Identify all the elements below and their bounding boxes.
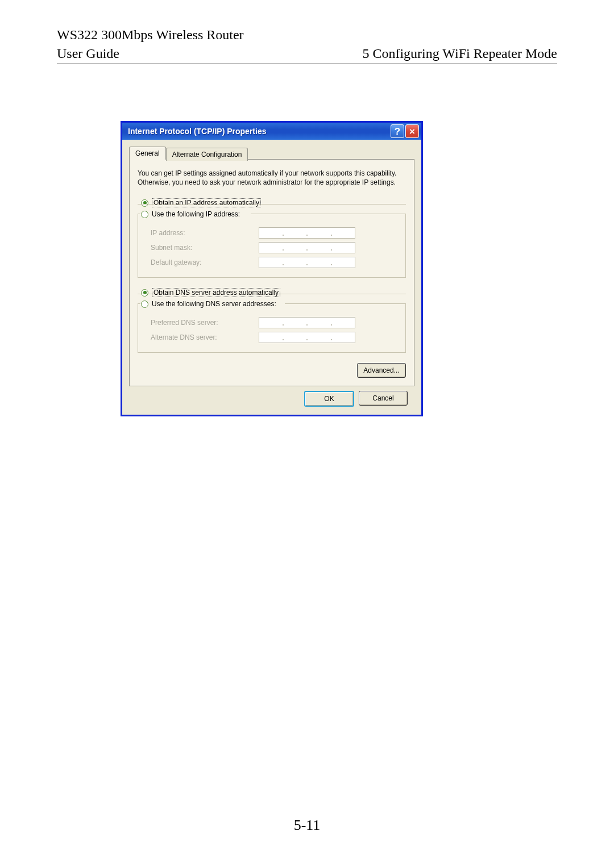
tab-general[interactable]: General bbox=[129, 147, 166, 160]
doc-header-row: User Guide 5 Configuring WiFi Repeater M… bbox=[57, 46, 557, 64]
radio-icon bbox=[141, 289, 148, 297]
dialog-body: General Alternate Configuration You can … bbox=[122, 140, 421, 415]
field-preferred-dns: Preferred DNS server: bbox=[143, 317, 401, 328]
radio-label: Obtain an IP address automatically bbox=[152, 198, 261, 207]
dns-manual-groupbox: Preferred DNS server: Alternate DNS serv… bbox=[138, 303, 406, 353]
tab-panel-general: You can get IP settings assigned automat… bbox=[129, 159, 414, 386]
tab-strip: General Alternate Configuration bbox=[129, 147, 414, 160]
label-subnet-mask: Subnet mask: bbox=[143, 244, 259, 252]
label-default-gateway: Default gateway: bbox=[143, 258, 259, 266]
input-subnet-mask[interactable] bbox=[259, 242, 355, 253]
radio-label: Obtain DNS server address automatically bbox=[152, 288, 280, 297]
ip-manual-groupbox: IP address: Subnet mask: D bbox=[138, 214, 406, 278]
close-icon: × bbox=[409, 127, 415, 136]
field-ip-address: IP address: bbox=[143, 227, 401, 239]
field-subnet-mask: Subnet mask: bbox=[143, 242, 401, 253]
description-text: You can get IP settings assigned automat… bbox=[138, 169, 406, 187]
dialog-title: Internet Protocol (TCP/IP) Properties bbox=[125, 127, 266, 136]
dialog-footer: OK Cancel bbox=[129, 386, 414, 407]
input-alternate-dns[interactable] bbox=[259, 332, 355, 343]
cancel-button[interactable]: Cancel bbox=[359, 391, 408, 406]
help-button[interactable]: ? bbox=[391, 124, 404, 138]
radio-obtain-ip-auto[interactable]: Obtain an IP address automatically bbox=[138, 198, 406, 207]
radio-obtain-dns-auto[interactable]: Obtain DNS server address automatically bbox=[138, 288, 406, 297]
ip-radio-group: Obtain an IP address automatically Use t… bbox=[138, 198, 406, 278]
radio-icon bbox=[141, 199, 148, 207]
tcpip-dialog: Internet Protocol (TCP/IP) Properties ? … bbox=[121, 121, 423, 416]
tab-alternate-configuration[interactable]: Alternate Configuration bbox=[166, 148, 248, 161]
dns-radio-group: Obtain DNS server address automatically … bbox=[138, 288, 406, 353]
ip-auto-groupbox bbox=[138, 204, 406, 205]
input-preferred-dns[interactable] bbox=[259, 317, 355, 328]
dns-auto-groupbox bbox=[138, 294, 406, 294]
doc-title: WS322 300Mbps Wireless Router bbox=[57, 27, 557, 43]
ok-button[interactable]: OK bbox=[304, 391, 354, 407]
titlebar-buttons: ? × bbox=[391, 124, 419, 138]
field-alternate-dns: Alternate DNS server: bbox=[143, 332, 401, 343]
close-button[interactable]: × bbox=[405, 124, 419, 138]
label-ip-address: IP address: bbox=[143, 229, 259, 237]
titlebar: Internet Protocol (TCP/IP) Properties ? … bbox=[122, 123, 421, 140]
input-ip-address[interactable] bbox=[259, 227, 355, 239]
field-default-gateway: Default gateway: bbox=[143, 257, 401, 268]
document-page: WS322 300Mbps Wireless Router User Guide… bbox=[0, 0, 614, 868]
label-preferred-dns: Preferred DNS server: bbox=[143, 319, 259, 327]
advanced-button-row: Advanced... bbox=[138, 363, 406, 378]
page-number: 5-11 bbox=[0, 817, 614, 834]
help-icon: ? bbox=[395, 127, 400, 136]
doc-header-right: 5 Configuring WiFi Repeater Mode bbox=[362, 46, 557, 61]
doc-header-left: User Guide bbox=[57, 46, 119, 61]
input-default-gateway[interactable] bbox=[259, 257, 355, 268]
advanced-button[interactable]: Advanced... bbox=[357, 363, 406, 378]
label-alternate-dns: Alternate DNS server: bbox=[143, 333, 259, 341]
